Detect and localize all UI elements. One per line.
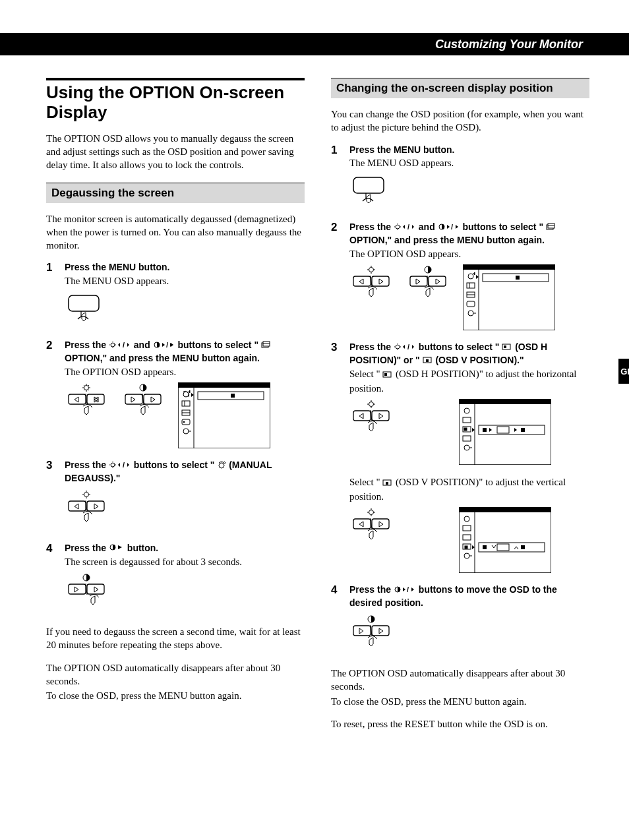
subheading-degauss: Degaussing the screen [46,183,305,203]
reset-note: To reset, press the RESET button while t… [331,717,589,731]
figure-contrast-rocker [349,614,589,656]
osd-v-panel-illustration [459,507,551,573]
contrast-left-right-icon: / [394,584,416,597]
osd-h-icon [502,342,512,355]
step-head: Press the / buttons to select " (MANUAL … [65,459,305,485]
step-note: The MENU OSD appears. [349,156,589,169]
svg-text:/: / [407,223,409,231]
brightness-rocker-illustration [349,507,393,549]
svg-rect-144 [459,507,551,512]
header-title: Customizing Your Monitor [435,38,583,51]
step-number: 1 [46,261,58,287]
svg-rect-108 [426,359,429,362]
svg-rect-141 [372,519,389,529]
osd-option-panel-illustration [178,382,270,448]
language-tab: GB [618,359,629,384]
left-step-4: 4 Press the button. The screen is degaus… [46,542,305,568]
contrast-rocker-right-illustration [65,572,108,615]
svg-text:/: / [407,585,409,593]
step-head: Press the / and / buttons to select " OP… [349,221,589,247]
intro-text: The OPTION OSD allows you to manually de… [46,132,305,172]
figure-contrast-right-rocker [65,572,305,615]
step-head: Press the / buttons to select " (OSD H P… [349,341,589,367]
svg-point-1 [111,343,115,347]
auto-disappear-note: The OPTION OSD automatically disappears … [46,661,305,688]
svg-point-48 [219,463,224,468]
brightness-rocker-illustration [349,264,393,307]
figure-rockers-and-osd [65,382,305,448]
option-icon [546,222,555,235]
svg-rect-116 [353,411,371,421]
step-note: The OPTION OSD appears. [65,365,305,378]
svg-text:/: / [123,341,125,349]
svg-rect-22 [87,394,104,404]
svg-line-17 [84,385,84,386]
svg-rect-125 [464,428,467,431]
step-number: 3 [46,459,58,485]
svg-rect-60 [87,584,104,594]
svg-rect-132 [521,428,525,432]
language-tab-label: GB [620,367,629,376]
svg-rect-154 [483,545,487,549]
contrast-left-right-icon: / [438,222,460,235]
right-step-2: 2 Press the / and / buttons to select " … [331,221,589,260]
svg-rect-84 [429,276,446,286]
svg-rect-160 [353,626,371,636]
svg-rect-62 [353,177,384,193]
brightness-down-up-icon: / [109,340,131,353]
step-number: 2 [46,339,58,378]
svg-rect-110 [384,373,387,376]
svg-rect-120 [459,399,551,404]
svg-point-63 [396,225,400,229]
contrast-left-right-icon: / [153,340,175,353]
auto-disappear-note: The OPTION OSD automatically disappears … [331,667,589,694]
svg-rect-117 [372,411,389,421]
contrast-right-icon [109,542,125,555]
step-head: Press the / and / buttons to select " OP… [65,339,305,365]
figure-rockers-and-osd [349,264,589,330]
close-osd-note: To close the OSD, press the MENU button … [331,695,589,708]
header-band: Customizing Your Monitor [0,33,629,55]
svg-line-19 [84,390,84,390]
svg-point-111 [369,402,374,407]
brightness-down-up-icon: / [394,342,416,355]
subheading-osd-position: Changing the on-screen display position [331,78,589,98]
osd-option-panel-illustration [463,264,555,330]
step-number: 3 [331,341,343,395]
svg-rect-140 [353,519,371,529]
step-number: 1 [331,144,343,170]
figure-menu-button [349,173,589,210]
figure-v-select [349,507,589,573]
svg-rect-134 [386,482,388,485]
osd-position-intro: You can change the OSD position (for exa… [331,107,589,135]
svg-text:/: / [451,223,453,231]
contrast-rocker-illustration [406,264,450,307]
step-note: Select " (OSD H POSITION)" to adjust the… [349,367,589,395]
left-column: Using the OPTION On-screen Display The O… [46,69,305,740]
svg-point-12 [84,386,89,390]
svg-point-42 [111,463,115,467]
left-step-2: 2 Press the / and / buttons to select " … [46,339,305,378]
svg-rect-25 [125,394,142,404]
osd-v-icon [423,355,433,368]
svg-rect-130 [483,428,487,432]
svg-point-135 [369,510,374,515]
right-step-3: 3 Press the / buttons to select " (OSD H… [331,341,589,395]
svg-rect-143 [459,507,551,573]
osd-h-panel-illustration [459,399,551,465]
menu-button-illustration [349,173,389,210]
svg-rect-0 [69,295,99,311]
svg-point-49 [84,492,89,496]
svg-line-20 [88,390,89,390]
svg-rect-21 [69,394,86,404]
option-icon [261,340,270,353]
step-head: Press the MENU button. [349,144,589,157]
svg-rect-161 [372,626,389,636]
svg-rect-80 [372,276,389,286]
svg-rect-119 [459,399,551,465]
page-content: GB Using the OPTION On-screen Display Th… [0,55,629,766]
step-note: The screen is degaussed for about 3 seco… [65,555,305,568]
svg-rect-86 [463,264,555,330]
step-note-v: Select " (OSD V POSITION)" to adjust the… [349,475,589,503]
figure-h-select [349,399,589,465]
